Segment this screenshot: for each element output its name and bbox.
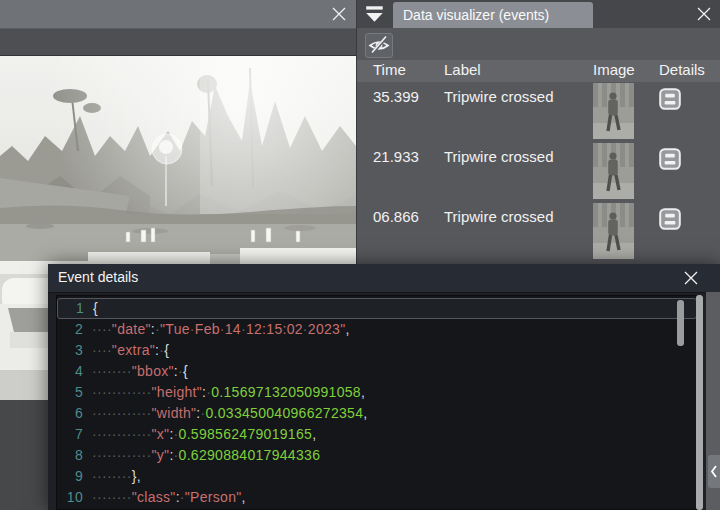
line-tokens: ········"bbox":·{ [92,361,188,382]
column-header-time: Time [373,61,406,78]
line-number: 4 [57,361,83,382]
code-line: 7 ············"x":·0.598562479019165, [57,424,702,445]
column-header-label: Label [444,61,481,78]
notes-icon [659,148,681,170]
line-number: 8 [57,445,83,466]
event-thumbnail[interactable] [593,203,634,259]
code-line: 4 ········"bbox":·{ [57,361,702,382]
expand-side-panel-handle[interactable] [708,455,720,488]
line-tokens: ········"class":·"Person", [92,487,246,508]
events-table-header: Time Label Image Details [357,60,720,82]
tab-data-visualizer[interactable]: Data visualizer (events) [393,2,593,28]
column-header-image: Image [593,61,635,78]
close-icon[interactable] [332,7,346,21]
code-line: 3 ····"extra":·{ [57,340,702,361]
line-tokens: { [93,299,98,318]
chevron-left-icon [708,455,720,488]
line-number: 10 [57,487,83,508]
event-label: Tripwire crossed [444,208,553,225]
line-number: 6 [57,403,83,424]
line-number: 7 [57,424,83,445]
video-panel-toolbar [0,29,356,55]
event-thumbnail[interactable] [593,143,634,199]
event-label: Tripwire crossed [444,88,553,105]
code-line: 10 ········"class":·"Person", [57,487,702,508]
event-thumbnail[interactable] [593,83,634,139]
event-label: Tripwire crossed [444,148,553,165]
line-tokens: ············"height":·0.1569713205099105… [92,382,365,403]
event-time: 35.399 [373,88,419,105]
column-header-details: Details [659,61,705,78]
code-line: 1 { [57,298,697,319]
collapse-panel-icon[interactable] [364,5,386,23]
event-details-button[interactable] [659,208,681,230]
event-row[interactable]: 06.866 Tripwire crossed [357,202,720,262]
visualizer-tabbar: Data visualizer (events) [357,0,720,28]
close-icon[interactable] [697,7,711,21]
line-tokens: ····"extra":·{ [92,340,169,361]
line-tokens: ········}, [92,466,141,487]
close-icon[interactable] [684,271,698,285]
line-number: 9 [57,466,83,487]
event-details-panel: Event details 1 { 2 ····"date":·"Tue·Feb… [48,264,720,510]
line-number: 1 [58,299,84,318]
json-code-viewer[interactable]: 1 { 2 ····"date":·"Tue·Feb·14·12:15:02·2… [56,295,703,510]
code-lines: 1 { 2 ····"date":·"Tue·Feb·14·12:15:02·2… [57,296,702,510]
event-details-button[interactable] [659,88,681,110]
line-tokens: ············"y":·0.6290884017944336 [92,445,320,466]
code-line: 6 ············"width":·0.033450040966272… [57,403,702,424]
line-number: 5 [57,382,83,403]
notes-icon [659,208,681,230]
code-line: 8 ············"y":·0.6290884017944336 [57,445,702,466]
event-row[interactable]: 21.933 Tripwire crossed [357,142,720,202]
code-scrollbar-thumb[interactable] [677,300,684,346]
panel-scrollbar[interactable] [696,295,703,510]
eye-off-icon [367,35,391,56]
code-line: 2 ····"date":·"Tue·Feb·14·12:15:02·2023"… [57,319,702,340]
event-row[interactable]: 35.399 Tripwire crossed [357,82,720,142]
line-number: 2 [57,319,83,340]
event-time: 21.933 [373,148,419,165]
video-panel-titlebar [0,0,356,29]
notes-icon [659,88,681,110]
event-details-title: Event details [58,269,138,285]
event-time: 06.866 [373,208,419,225]
hide-events-button[interactable] [365,33,393,58]
line-tokens: ············"x":·0.598562479019165, [92,424,316,445]
event-details-button[interactable] [659,148,681,170]
code-line: 5 ············"height":·0.15697132050991… [57,382,702,403]
code-line: 9 ········}, [57,466,702,487]
event-details-titlebar: Event details [48,264,720,293]
line-tokens: ············"width":·0.03345004096627235… [92,403,367,424]
line-tokens: ····"date":·"Tue·Feb·14·12:15:02·2023", [92,319,350,340]
line-number: 3 [57,340,83,361]
